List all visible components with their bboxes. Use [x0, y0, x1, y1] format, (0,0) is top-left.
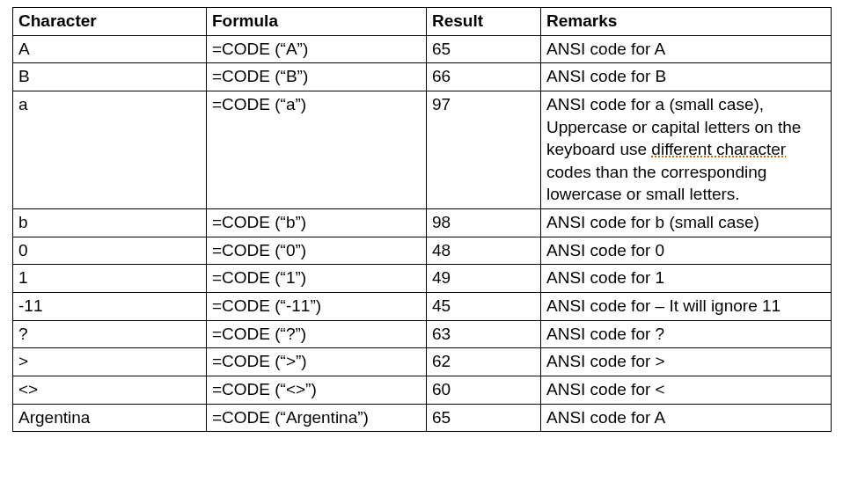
cell-character: b [13, 209, 207, 237]
cell-result: 97 [427, 91, 541, 208]
table-row: a =CODE (“a”) 97 ANSI code for a (small … [13, 91, 832, 208]
cell-character: -11 [13, 293, 207, 321]
cell-character: ? [13, 320, 207, 348]
cell-formula: =CODE (“>”) [207, 348, 427, 376]
table-row: <> =CODE (“<>”) 60 ANSI code for < [13, 376, 832, 404]
cell-formula: =CODE (“B”) [207, 63, 427, 91]
cell-character: 0 [13, 237, 207, 265]
table-row: 1 =CODE (“1”) 49 ANSI code for 1 [13, 265, 832, 293]
cell-remarks: ANSI code for b (small case) [541, 209, 832, 237]
spell-grammar-underline: different character [651, 140, 786, 158]
cell-result: 49 [427, 265, 541, 293]
cell-formula: =CODE (“0”) [207, 237, 427, 265]
table-row: Argentina =CODE (“Argentina”) 65 ANSI co… [13, 404, 832, 432]
cell-remarks: ANSI code for A [541, 404, 832, 432]
table-row: ? =CODE (“?”) 63 ANSI code for ? [13, 320, 832, 348]
cell-character: <> [13, 376, 207, 404]
cell-formula: =CODE (“A”) [207, 35, 427, 63]
cell-formula: =CODE (“-11”) [207, 293, 427, 321]
table-row: b =CODE (“b”) 98 ANSI code for b (small … [13, 209, 832, 237]
cell-remarks: ANSI code for a (small case), Uppercase … [541, 91, 832, 208]
cell-formula: =CODE (“b”) [207, 209, 427, 237]
cell-formula: =CODE (“1”) [207, 265, 427, 293]
cell-remarks: ANSI code for 0 [541, 237, 832, 265]
cell-result: 45 [427, 293, 541, 321]
cell-result: 66 [427, 63, 541, 91]
cell-formula: =CODE (“<>”) [207, 376, 427, 404]
cell-character: Argentina [13, 404, 207, 432]
cell-character: B [13, 63, 207, 91]
cell-remarks: ANSI code for – It will ignore 11 [541, 293, 832, 321]
table-row: A =CODE (“A”) 65 ANSI code for A [13, 35, 832, 63]
cell-result: 65 [427, 35, 541, 63]
cell-formula: =CODE (“?”) [207, 320, 427, 348]
cell-result: 65 [427, 404, 541, 432]
table-header-row: Character Formula Result Remarks [13, 8, 832, 36]
cell-remarks: ANSI code for 1 [541, 265, 832, 293]
cell-character: A [13, 35, 207, 63]
cell-remarks: ANSI code for B [541, 63, 832, 91]
cell-remarks: ANSI code for A [541, 35, 832, 63]
header-character: Character [13, 8, 207, 36]
cell-result: 63 [427, 320, 541, 348]
cell-character: a [13, 91, 207, 208]
cell-result: 60 [427, 376, 541, 404]
header-remarks: Remarks [541, 8, 832, 36]
table-row: -11 =CODE (“-11”) 45 ANSI code for – It … [13, 293, 832, 321]
cell-character: > [13, 348, 207, 376]
remarks-text-post: codes than the corresponding lowercase o… [546, 163, 766, 204]
cell-formula: =CODE (“a”) [207, 91, 427, 208]
cell-remarks: ANSI code for ? [541, 320, 832, 348]
cell-result: 98 [427, 209, 541, 237]
table-row: B =CODE (“B”) 66 ANSI code for B [13, 63, 832, 91]
cell-formula: =CODE (“Argentina”) [207, 404, 427, 432]
table-row: 0 =CODE (“0”) 48 ANSI code for 0 [13, 237, 832, 265]
cell-remarks: ANSI code for < [541, 376, 832, 404]
code-function-table: Character Formula Result Remarks A =CODE… [12, 7, 832, 432]
cell-character: 1 [13, 265, 207, 293]
cell-result: 48 [427, 237, 541, 265]
cell-remarks: ANSI code for > [541, 348, 832, 376]
header-result: Result [427, 8, 541, 36]
table-row: > =CODE (“>”) 62 ANSI code for > [13, 348, 832, 376]
cell-result: 62 [427, 348, 541, 376]
header-formula: Formula [207, 8, 427, 36]
